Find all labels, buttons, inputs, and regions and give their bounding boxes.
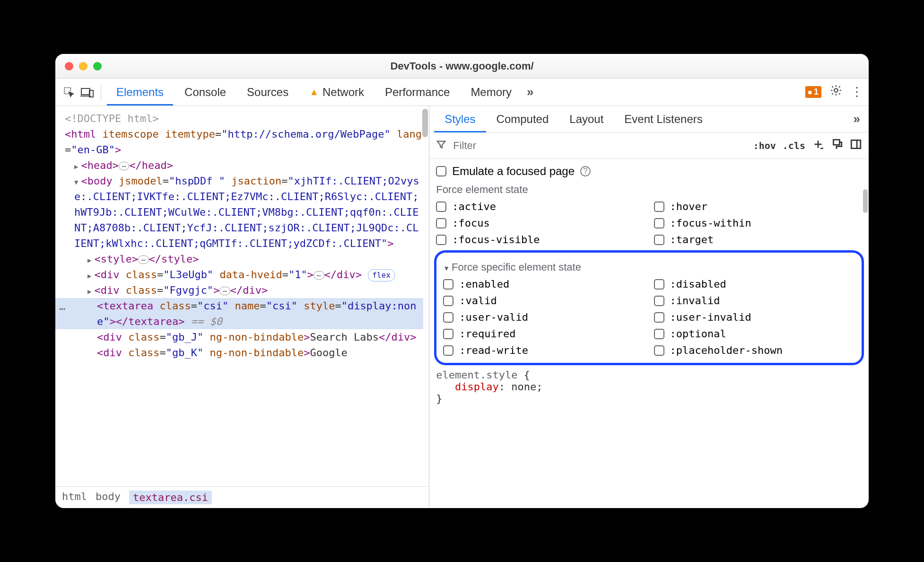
tab-styles[interactable]: Styles bbox=[434, 106, 486, 132]
style-node[interactable]: <style>⋯</style> bbox=[61, 251, 423, 267]
inspect-element-icon[interactable] bbox=[61, 84, 77, 100]
emulate-focused-checkbox[interactable] bbox=[436, 166, 446, 176]
div-gbj-node[interactable]: <div class="gb_J" ng-non-bindable>Search… bbox=[61, 329, 423, 345]
breadcrumb-html[interactable]: html bbox=[62, 491, 87, 504]
svg-rect-9 bbox=[851, 140, 861, 148]
state-user-valid[interactable]: :user-valid bbox=[443, 311, 644, 323]
help-icon[interactable]: ? bbox=[580, 166, 591, 176]
tab-layout[interactable]: Layout bbox=[559, 106, 614, 132]
checkbox[interactable] bbox=[654, 345, 664, 356]
issues-count: 1 bbox=[814, 87, 819, 97]
cls-toggle[interactable]: .cls bbox=[783, 140, 805, 151]
dom-tree[interactable]: <!DOCTYPE html> <html itemscope itemtype… bbox=[55, 106, 429, 486]
device-toolbar-icon[interactable] bbox=[79, 84, 95, 100]
hov-toggle[interactable]: :hov bbox=[753, 140, 776, 151]
tab-sources[interactable]: Sources bbox=[237, 79, 298, 105]
flex-badge[interactable]: flex bbox=[368, 269, 395, 281]
checkbox[interactable] bbox=[443, 279, 453, 290]
selection-dots-icon: ⋯ bbox=[59, 301, 66, 316]
state-disabled[interactable]: :disabled bbox=[654, 278, 855, 290]
settings-icon[interactable] bbox=[830, 84, 842, 100]
ellipsis-icon[interactable]: ⋯ bbox=[314, 271, 324, 280]
svg-rect-1 bbox=[81, 88, 90, 95]
tab-computed[interactable]: Computed bbox=[486, 106, 559, 132]
state-target[interactable]: :target bbox=[654, 234, 862, 246]
new-style-rule-icon[interactable] bbox=[812, 138, 824, 153]
state-enabled[interactable]: :enabled bbox=[443, 278, 644, 290]
state-user-invalid[interactable]: :user-invalid bbox=[654, 311, 855, 323]
checkbox[interactable] bbox=[443, 312, 453, 323]
styles-tabs: Styles Computed Layout Event Listeners » bbox=[429, 106, 869, 132]
tab-network[interactable]: ▲Network bbox=[300, 79, 374, 105]
issues-badge[interactable]: 1 bbox=[805, 86, 821, 98]
more-tabs-icon[interactable]: » bbox=[523, 85, 537, 99]
state-focus-within[interactable]: :focus-within bbox=[654, 217, 862, 229]
checkbox[interactable] bbox=[436, 218, 446, 228]
close-window-button[interactable] bbox=[65, 62, 73, 70]
html-node[interactable]: <html itemscope itemtype="http://schema.… bbox=[61, 126, 423, 158]
element-style-block[interactable]: element.style { display: none; } bbox=[436, 369, 862, 404]
maximize-window-button[interactable] bbox=[93, 62, 102, 70]
checkbox[interactable] bbox=[654, 202, 664, 212]
state-required[interactable]: :required bbox=[443, 328, 644, 340]
warning-icon: ▲ bbox=[309, 87, 319, 97]
main-toolbar: Elements Console Sources ▲Network Perfor… bbox=[55, 79, 869, 106]
checkbox[interactable] bbox=[654, 296, 664, 306]
state-focus[interactable]: :focus bbox=[436, 217, 644, 229]
state-optional[interactable]: :optional bbox=[654, 328, 855, 340]
breadcrumb-textarea-csi[interactable]: textarea.csi bbox=[129, 491, 212, 504]
tab-performance[interactable]: Performance bbox=[375, 79, 459, 105]
scrollbar-thumb[interactable] bbox=[422, 109, 428, 137]
checkbox[interactable] bbox=[443, 345, 453, 356]
toolbar-divider bbox=[101, 84, 101, 100]
state-hover[interactable]: :hover bbox=[654, 201, 862, 212]
ellipsis-icon[interactable]: ⋯ bbox=[138, 255, 148, 264]
tab-elements[interactable]: Elements bbox=[107, 79, 173, 105]
checkbox[interactable] bbox=[654, 312, 664, 323]
emulate-focused-row[interactable]: Emulate a focused page ? bbox=[436, 165, 862, 178]
svg-rect-8 bbox=[833, 140, 839, 145]
toggle-sidebar-icon[interactable] bbox=[850, 138, 862, 153]
devtools-window: DevTools - www.google.com/ Elements Cons… bbox=[55, 54, 869, 508]
ellipsis-icon[interactable]: ⋯ bbox=[219, 287, 230, 295]
textarea-csi-node-selected[interactable]: ⋯<textarea class="csi" name="csi" style=… bbox=[55, 298, 423, 329]
div-gbk-node[interactable]: <div class="gb_K" ng-non-bindable>Google bbox=[61, 345, 423, 360]
checkbox[interactable] bbox=[654, 218, 664, 228]
tab-memory[interactable]: Memory bbox=[461, 79, 521, 105]
state-invalid[interactable]: :invalid bbox=[654, 295, 855, 307]
state-placeholder-shown[interactable]: :placeholder-shown bbox=[654, 344, 855, 356]
minimize-window-button[interactable] bbox=[79, 62, 87, 70]
styles-filter-input[interactable] bbox=[453, 140, 746, 152]
state-read-write[interactable]: :read-write bbox=[443, 344, 644, 356]
traffic-lights bbox=[65, 62, 102, 70]
state-valid[interactable]: :valid bbox=[443, 295, 644, 307]
checkbox[interactable] bbox=[654, 279, 664, 290]
styles-filter-row: :hov .cls bbox=[429, 132, 869, 159]
more-options-icon[interactable]: ⋮ bbox=[851, 85, 863, 99]
div-l3eugb-node[interactable]: <div class="L3eUgb" data-hveid="1">⋯</di… bbox=[61, 267, 423, 282]
filter-icon bbox=[436, 139, 446, 152]
window-title: DevTools - www.google.com/ bbox=[55, 60, 869, 72]
body-node[interactable]: <body jsmodel="hspDDf " jsaction="xjhTIf… bbox=[61, 173, 423, 251]
more-tabs-icon[interactable]: » bbox=[850, 112, 864, 126]
state-active[interactable]: :active bbox=[436, 201, 644, 212]
checkbox[interactable] bbox=[443, 296, 453, 306]
state-focus-visible[interactable]: :focus-visible bbox=[436, 234, 644, 246]
tab-console[interactable]: Console bbox=[175, 79, 235, 105]
force-specific-heading[interactable]: Force specific element state bbox=[443, 261, 855, 273]
tab-event-listeners[interactable]: Event Listeners bbox=[614, 106, 713, 132]
checkbox[interactable] bbox=[654, 235, 664, 245]
computed-styles-icon[interactable] bbox=[831, 138, 843, 153]
ellipsis-icon[interactable]: ⋯ bbox=[119, 162, 129, 170]
doctype-node[interactable]: <!DOCTYPE html> bbox=[61, 111, 423, 126]
styles-panel: Styles Computed Layout Event Listeners »… bbox=[429, 106, 869, 508]
checkbox[interactable] bbox=[654, 329, 664, 339]
div-fgvgjc-node[interactable]: <div class="Fgvgjc">⋯</div> bbox=[61, 282, 423, 298]
checkbox[interactable] bbox=[436, 235, 446, 245]
dollar-zero-badge: == $0 bbox=[184, 316, 222, 327]
head-node[interactable]: <head>⋯</head> bbox=[61, 158, 423, 173]
checkbox[interactable] bbox=[436, 202, 446, 212]
breadcrumb-body[interactable]: body bbox=[96, 491, 121, 504]
checkbox[interactable] bbox=[443, 329, 453, 339]
scrollbar-thumb[interactable] bbox=[863, 189, 868, 213]
